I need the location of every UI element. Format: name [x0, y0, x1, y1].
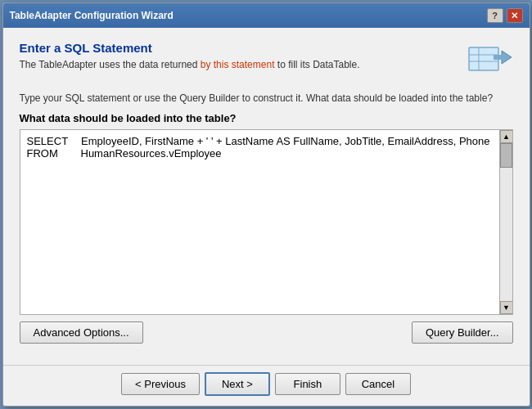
- previous-button[interactable]: < Previous: [121, 373, 200, 395]
- subtitle-end: to fill its DataTable.: [274, 59, 359, 70]
- title-bar: TableAdapter Configuration Wizard ? ✕: [3, 3, 530, 28]
- scroll-thumb[interactable]: [500, 143, 512, 168]
- subtitle-plain: The TableAdapter uses the data returned: [20, 59, 201, 70]
- sql-keyword-from: FROM: [27, 147, 68, 160]
- query-builder-button[interactable]: Query Builder...: [412, 321, 513, 344]
- help-button[interactable]: ?: [487, 8, 503, 23]
- vertical-scrollbar[interactable]: ▲ ▼: [499, 130, 512, 314]
- header-title: Enter a SQL Statement: [20, 41, 458, 55]
- instruction-text: Type your SQL statement or use the Query…: [20, 92, 513, 106]
- wizard-icon: [467, 41, 513, 82]
- sql-line-1: SELECT EmployeeID, FirstName + ' ' + Las…: [27, 135, 494, 147]
- scroll-down-button[interactable]: ▼: [500, 301, 513, 314]
- scroll-thumb-area: [500, 143, 512, 301]
- next-button[interactable]: Next >: [205, 372, 270, 396]
- advanced-options-button[interactable]: Advanced Options...: [20, 321, 143, 344]
- sql-keyword-select: SELECT: [27, 135, 69, 147]
- header-text: Enter a SQL Statement The TableAdapter u…: [20, 41, 458, 72]
- sql-line-2: FROM HumanResources.vEmployee: [27, 147, 494, 160]
- title-bar-buttons: ? ✕: [487, 8, 523, 23]
- bottom-buttons-row: Advanced Options... Query Builder...: [20, 315, 513, 348]
- scroll-up-button[interactable]: ▲: [500, 130, 513, 143]
- main-content: Enter a SQL Statement The TableAdapter u…: [3, 28, 530, 362]
- svg-rect-5: [494, 55, 503, 60]
- window-title: TableAdapter Configuration Wizard: [10, 10, 174, 21]
- header-section: Enter a SQL Statement The TableAdapter u…: [20, 41, 513, 82]
- sql-display[interactable]: SELECT EmployeeID, FirstName + ' ' + Las…: [20, 130, 512, 314]
- sql-value-select: EmployeeID, FirstName + ' ' + LastName A…: [81, 135, 489, 147]
- wizard-window: TableAdapter Configuration Wizard ? ✕ En…: [2, 2, 530, 407]
- subtitle-highlight: by this statement: [201, 59, 275, 70]
- close-button[interactable]: ✕: [507, 8, 523, 23]
- nav-buttons-row: < Previous Next > Finish Cancel: [3, 365, 530, 406]
- header-subtitle: The TableAdapter uses the data returned …: [20, 58, 458, 72]
- sql-value-from: HumanResources.vEmployee: [81, 147, 222, 160]
- question-label: What data should be loaded into the tabl…: [20, 112, 513, 124]
- sql-area-container: SELECT EmployeeID, FirstName + ' ' + Las…: [20, 129, 513, 315]
- cancel-button[interactable]: Cancel: [345, 373, 411, 395]
- finish-button[interactable]: Finish: [275, 373, 340, 395]
